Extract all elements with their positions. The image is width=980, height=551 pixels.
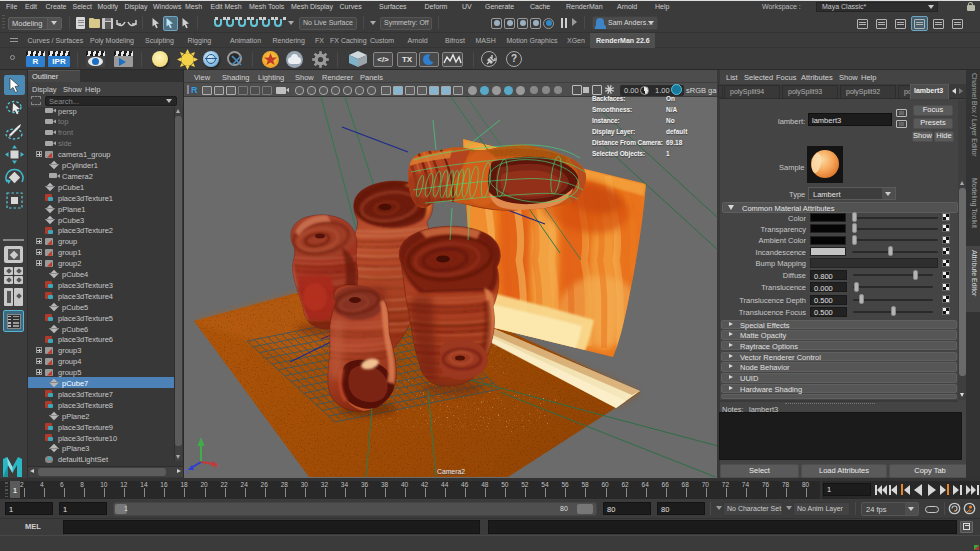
svg-text:z: z [185,467,188,474]
